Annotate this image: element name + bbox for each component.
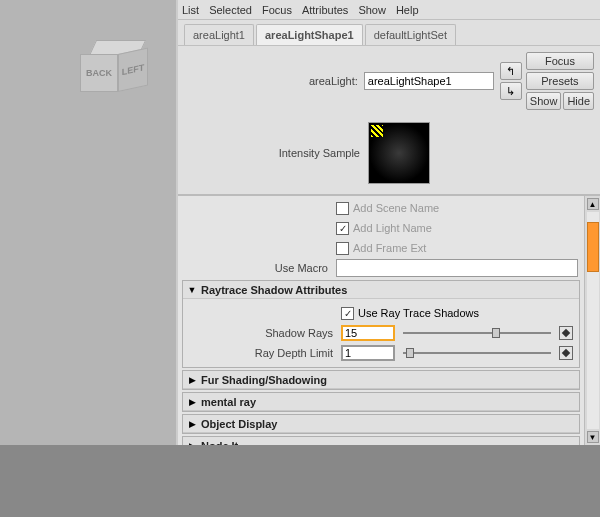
menu-selected[interactable]: Selected	[209, 4, 252, 16]
add-scene-name-checkbox[interactable]	[336, 202, 349, 215]
intensity-sample-row: Intensity Sample	[178, 116, 600, 194]
ray-depth-input[interactable]	[341, 345, 395, 361]
fur-section: ▶ Fur Shading/Shadowing	[182, 370, 580, 390]
menu-list[interactable]: List	[182, 4, 199, 16]
viewcube[interactable]: BACK LEFT	[80, 40, 155, 115]
show-button[interactable]: Show	[526, 92, 562, 110]
menu-attributes[interactable]: Attributes	[302, 4, 348, 16]
scroll-track[interactable]	[587, 212, 599, 429]
scrollbar[interactable]: ▲ ▼	[584, 196, 600, 445]
node-header: areaLight: ↰ ↳ Focus Presets Show Hide	[178, 46, 600, 116]
expand-icon: ▶	[187, 419, 197, 429]
add-scene-name-row: Add Scene Name	[178, 198, 584, 218]
ray-depth-row: Ray Depth Limit	[183, 343, 579, 363]
tab-defaultlightset[interactable]: defaultLightSet	[365, 24, 456, 45]
intensity-sample-swatch[interactable]	[368, 122, 430, 184]
ray-depth-keyframe-icon[interactable]	[559, 346, 573, 360]
collapse-icon: ▼	[187, 285, 197, 295]
shadow-rays-input[interactable]	[341, 325, 395, 341]
shadow-rays-keyframe-icon[interactable]	[559, 326, 573, 340]
expand-icon: ▶	[187, 397, 197, 407]
menu-show[interactable]: Show	[358, 4, 386, 16]
ray-depth-label: Ray Depth Limit	[189, 347, 337, 359]
viewcube-left-face[interactable]: LEFT	[118, 48, 148, 92]
scroll-up-icon[interactable]: ▲	[587, 198, 599, 210]
fur-title: Fur Shading/Shadowing	[201, 374, 327, 386]
tab-arealightshape1[interactable]: areaLightShape1	[256, 24, 363, 45]
node-section-header[interactable]: ▶ Node It	[183, 437, 579, 445]
raytrace-section-header[interactable]: ▼ Raytrace Shadow Attributes	[183, 281, 579, 299]
raytrace-title: Raytrace Shadow Attributes	[201, 284, 347, 296]
scroll-area: Add Scene Name Add Light Name Add Frame …	[178, 194, 600, 445]
use-rt-row: Use Ray Trace Shadows	[183, 303, 579, 323]
add-frame-ext-label: Add Frame Ext	[353, 242, 426, 254]
scroll-thumb[interactable]	[587, 222, 599, 272]
expand-icon: ▶	[187, 375, 197, 385]
objectdisplay-title: Object Display	[201, 418, 277, 430]
go-to-output-icon[interactable]: ↳	[500, 82, 522, 100]
scroll-content: Add Scene Name Add Light Name Add Frame …	[178, 196, 584, 445]
use-macro-label: Use Macro	[184, 262, 332, 274]
add-light-name-checkbox[interactable]	[336, 222, 349, 235]
add-frame-ext-checkbox[interactable]	[336, 242, 349, 255]
objectdisplay-section: ▶ Object Display	[182, 414, 580, 434]
mentalray-title: mental ray	[201, 396, 256, 408]
cropped-footer	[0, 445, 600, 517]
use-macro-input[interactable]	[336, 259, 578, 277]
add-light-name-label: Add Light Name	[353, 222, 432, 234]
attribute-editor: List Selected Focus Attributes Show Help…	[176, 0, 600, 445]
add-scene-name-label: Add Scene Name	[353, 202, 439, 214]
focus-button[interactable]: Focus	[526, 52, 594, 70]
scroll-down-icon[interactable]: ▼	[587, 431, 599, 443]
ray-depth-slider[interactable]	[403, 346, 551, 360]
raytrace-section: ▼ Raytrace Shadow Attributes Use Ray Tra…	[182, 280, 580, 368]
add-frame-ext-row: Add Frame Ext	[178, 238, 584, 258]
add-light-name-row: Add Light Name	[178, 218, 584, 238]
objectdisplay-section-header[interactable]: ▶ Object Display	[183, 415, 579, 433]
viewport-3d[interactable]: BACK LEFT	[0, 0, 176, 445]
mentalray-section: ▶ mental ray	[182, 392, 580, 412]
tab-arealight1[interactable]: areaLight1	[184, 24, 254, 45]
go-to-input-icon[interactable]: ↰	[500, 62, 522, 80]
use-ray-trace-label: Use Ray Trace Shadows	[358, 307, 479, 319]
menubar: List Selected Focus Attributes Show Help	[178, 0, 600, 20]
node-name-input[interactable]	[364, 72, 494, 90]
fur-section-header[interactable]: ▶ Fur Shading/Shadowing	[183, 371, 579, 389]
use-ray-trace-checkbox[interactable]	[341, 307, 354, 320]
menu-help[interactable]: Help	[396, 4, 419, 16]
intensity-sample-label: Intensity Sample	[220, 147, 360, 159]
tabs: areaLight1 areaLightShape1 defaultLightS…	[178, 20, 600, 46]
shadow-rays-row: Shadow Rays	[183, 323, 579, 343]
node-section: ▶ Node It	[182, 436, 580, 445]
presets-button[interactable]: Presets	[526, 72, 594, 90]
use-macro-row: Use Macro	[178, 258, 584, 278]
shadow-rays-slider[interactable]	[403, 326, 551, 340]
shadow-rays-label: Shadow Rays	[189, 327, 337, 339]
hide-button[interactable]: Hide	[563, 92, 594, 110]
mentalray-section-header[interactable]: ▶ mental ray	[183, 393, 579, 411]
menu-focus[interactable]: Focus	[262, 4, 292, 16]
viewcube-back-face[interactable]: BACK	[80, 54, 118, 92]
node-type-label: areaLight:	[309, 75, 358, 87]
